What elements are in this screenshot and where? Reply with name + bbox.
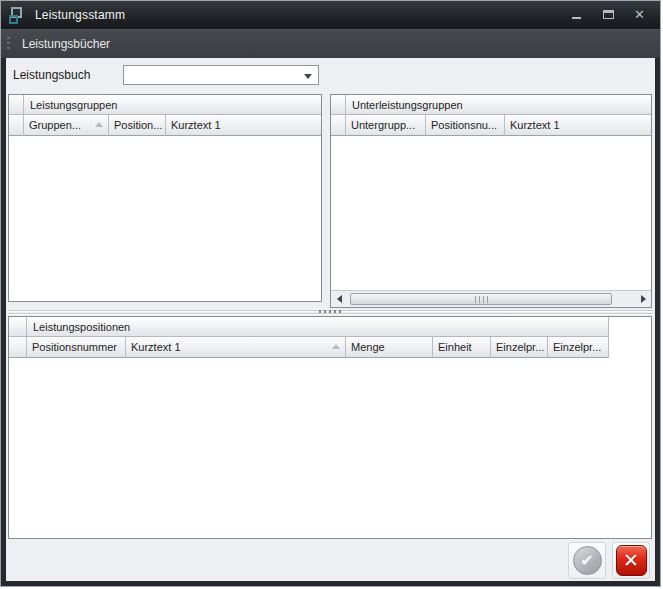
minimize-icon: [572, 17, 581, 19]
footer: ✔ ✕: [6, 539, 655, 581]
toolbar-title: Leistungsbücher: [22, 37, 110, 51]
row-indicator-column: [331, 115, 346, 136]
unterleistungsgruppen-body[interactable]: [331, 136, 651, 288]
column-label: Kurztext 1: [131, 341, 181, 353]
toolbar-grip-handle[interactable]: [7, 37, 10, 52]
close-button[interactable]: ✕: [634, 9, 648, 21]
cancel-x-icon: ✕: [616, 545, 647, 576]
unterleistungsgruppen-group-header: Unterleistungsgruppen: [331, 95, 651, 115]
column-label: Kurztext 1: [510, 119, 560, 131]
leistungspositionen-column-headers: Positionsnummer Kurztext 1 Menge Einheit…: [9, 337, 609, 358]
column-header-kurztext[interactable]: Kurztext 1: [126, 337, 346, 358]
splitter-grip-icon: [319, 310, 343, 313]
column-header-positionsnummer[interactable]: Position...: [109, 115, 166, 136]
sort-ascending-icon: [332, 344, 340, 349]
column-header-gruppennummer[interactable]: Gruppen...: [24, 115, 109, 136]
minimize-button[interactable]: [570, 9, 584, 21]
vertical-splitter[interactable]: [322, 94, 330, 302]
maximize-icon: [603, 10, 614, 19]
leistungspositionen-group-header: Leistungspositionen: [9, 317, 609, 337]
check-icon: ✔: [573, 546, 602, 575]
close-icon: ✕: [634, 7, 645, 22]
leistungspositionen-title: Leistungspositionen: [27, 317, 130, 336]
scrollbar-thumb[interactable]: [350, 293, 612, 305]
unterleistungsgruppen-grid: Unterleistungsgruppen Untergrupp... Posi…: [330, 94, 652, 308]
arrow-left-icon: [337, 295, 342, 303]
chevron-down-icon[interactable]: [304, 74, 312, 79]
column-header-einzelpreis-2[interactable]: Einzelpr...: [548, 337, 609, 358]
top-panels: Leistungsgruppen Gruppen... Position... …: [6, 94, 655, 308]
unterleistungsgruppen-title: Unterleistungsgruppen: [346, 95, 463, 114]
sort-ascending-icon: [95, 122, 103, 127]
scroll-left-button[interactable]: [331, 291, 347, 307]
leistungspositionen-body[interactable]: [9, 358, 651, 538]
leistungsgruppen-title: Leistungsgruppen: [24, 95, 117, 114]
row-indicator-header: [9, 95, 24, 114]
confirm-button[interactable]: ✔: [568, 542, 606, 579]
column-header-untergruppe[interactable]: Untergrupp...: [346, 115, 426, 136]
column-label: Kurztext 1: [171, 119, 221, 131]
titlebar[interactable]: Leistungsstamm ✕: [1, 1, 660, 29]
row-indicator-header: [9, 317, 27, 336]
scroll-right-button[interactable]: [635, 291, 651, 307]
column-header-positionsnummer[interactable]: Positionsnummer: [27, 337, 126, 358]
leistungsgruppen-grid: Leistungsgruppen Gruppen... Position... …: [8, 94, 322, 302]
cancel-button[interactable]: ✕: [612, 542, 650, 579]
leistungsstamm-window: Leistungsstamm ✕ Leistungsbücher Leistun…: [0, 0, 661, 587]
horizontal-scrollbar[interactable]: [331, 290, 651, 307]
leistungsgruppen-group-header: Leistungsgruppen: [9, 95, 321, 115]
column-header-kurztext[interactable]: Kurztext 1: [166, 115, 321, 136]
column-label: Position...: [114, 119, 162, 131]
column-label: Gruppen...: [29, 119, 81, 131]
row-indicator-header: [331, 95, 346, 114]
column-label: Untergrupp...: [351, 119, 415, 131]
content-area: Leistungsbuch Leistungsgruppen Gruppen..…: [6, 58, 655, 581]
column-header-kurztext[interactable]: Kurztext 1: [505, 115, 651, 136]
horizontal-splitter[interactable]: [8, 308, 653, 316]
thumb-grip-icon: [475, 296, 488, 303]
column-label: Menge: [351, 341, 385, 353]
column-label: Einheit: [438, 341, 472, 353]
column-label: Positionsnu...: [431, 119, 497, 131]
toolbar: Leistungsbücher: [1, 29, 660, 58]
column-label: Einzelpr...: [496, 341, 544, 353]
column-header-einheit[interactable]: Einheit: [433, 337, 491, 358]
column-header-einzelpreis-1[interactable]: Einzelpr...: [491, 337, 548, 358]
maximize-button[interactable]: [602, 9, 616, 21]
combobox-value: [124, 66, 318, 69]
unterleistungsgruppen-column-headers: Untergrupp... Positionsnu... Kurztext 1: [331, 115, 651, 136]
leistungsgruppen-body[interactable]: [9, 136, 321, 299]
column-header-menge[interactable]: Menge: [346, 337, 433, 358]
column-label: Positionsnummer: [32, 341, 117, 353]
leistungsbuch-row: Leistungsbuch: [6, 64, 655, 86]
leistungsbuch-label: Leistungsbuch: [13, 68, 90, 82]
row-indicator-column: [9, 337, 27, 358]
column-label: Einzelpr...: [553, 341, 601, 353]
leistungsgruppen-column-headers: Gruppen... Position... Kurztext 1: [9, 115, 321, 136]
arrow-right-icon: [641, 295, 646, 303]
column-header-positionsnummer[interactable]: Positionsnu...: [426, 115, 505, 136]
leistungspositionen-grid: Leistungspositionen Positionsnummer Kurz…: [8, 316, 652, 539]
leistungsbuch-combobox[interactable]: [123, 65, 319, 85]
window-title: Leistungsstamm: [35, 8, 125, 22]
row-indicator-column: [9, 115, 24, 136]
app-icon: [9, 7, 26, 24]
